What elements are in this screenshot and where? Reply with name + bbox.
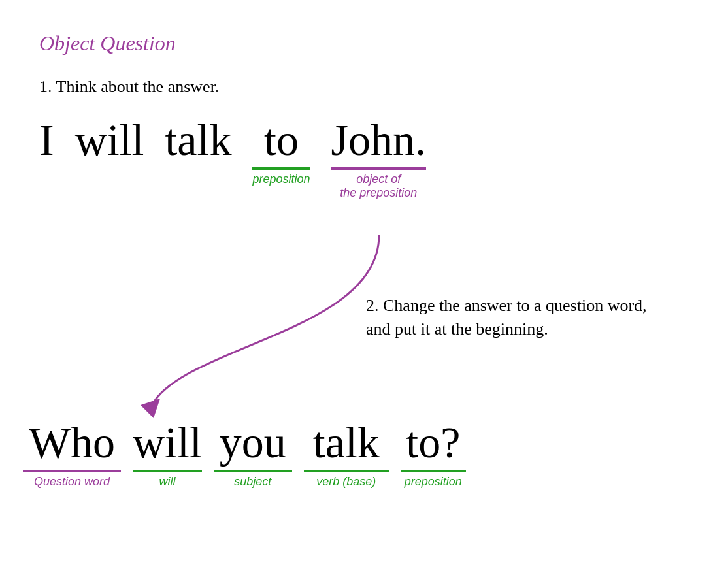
word-will2: will will (133, 417, 202, 489)
will-underline (133, 470, 202, 472)
word-will: will (75, 114, 144, 166)
word-to2-text: to? (406, 417, 460, 468)
page-title: Object Question (39, 31, 176, 56)
subject-label: subject (234, 475, 271, 489)
word-to: to preposition (252, 114, 310, 186)
word-john: John. object ofthe preposition (331, 114, 425, 200)
talk-underline (304, 470, 389, 472)
preposition2-label: preposition (405, 475, 462, 489)
word-who-text: Who (29, 417, 115, 468)
who-underline (23, 470, 121, 472)
word-who: Who Question word (23, 417, 121, 489)
word-I-text: I (39, 114, 54, 166)
step1-text: 1. Think about the answer. (39, 77, 219, 97)
word-talk-text: talk (165, 114, 231, 166)
will-label: will (159, 475, 175, 489)
word-you: you subject (214, 417, 292, 489)
verb-base-label: verb (base) (316, 475, 376, 489)
you-underline (214, 470, 292, 472)
word-to-text: to (264, 114, 299, 166)
word-will2-text: will (133, 417, 202, 468)
word-talk2: talk verb (base) (304, 417, 389, 489)
svg-marker-0 (141, 399, 160, 418)
sentence1: I will talk to preposition John. object … (39, 114, 426, 200)
word-john-text: John. (331, 114, 425, 166)
to-underline (252, 167, 310, 170)
object-label: object ofthe preposition (340, 172, 417, 200)
sentence2: Who Question word will will you subject … (23, 417, 466, 489)
question-word-label: Question word (34, 475, 110, 489)
preposition-label: preposition (252, 172, 310, 186)
john-underline (331, 167, 425, 170)
word-to2: to? preposition (401, 417, 466, 489)
step2-text: 2. Change the answer to a question word,… (366, 294, 673, 342)
word-you-text: you (220, 417, 286, 468)
word-talk: talk (165, 114, 231, 166)
word-I: I (39, 114, 54, 166)
to2-underline (401, 470, 466, 472)
word-will-text: will (75, 114, 144, 166)
word-talk2-text: talk (313, 417, 380, 468)
